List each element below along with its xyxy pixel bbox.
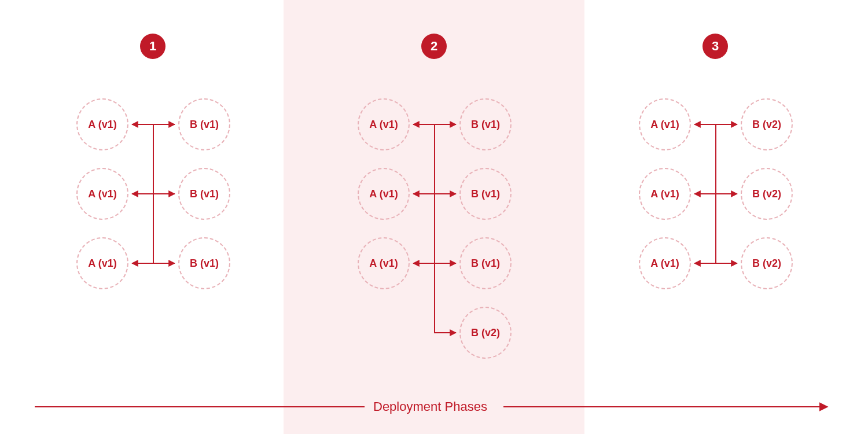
phase2-node-b-3: B (v1) (459, 237, 512, 289)
phase1-node-b-2: B (v1) (178, 168, 230, 220)
phase3-node-b-3: B (v2) (741, 237, 793, 289)
phase3-node-a-2: A (v1) (639, 168, 691, 220)
phase2-node-a-1: A (v1) (358, 98, 410, 150)
deployment-phases-label: Deployment Phases (373, 399, 487, 414)
phase2-node-b-4: B (v2) (459, 307, 512, 359)
phase3-node-a-1: A (v1) (639, 98, 691, 150)
phase-badge-2: 2 (421, 34, 447, 59)
phase2-node-b-1: B (v1) (459, 98, 512, 150)
phase-badge-1: 1 (140, 34, 165, 59)
phase1-connectors (128, 98, 178, 289)
phase3-node-b-1: B (v2) (741, 98, 793, 150)
phase1-node-a-3: A (v1) (76, 237, 128, 289)
phase2-node-a-2: A (v1) (358, 168, 410, 220)
phase2-connectors (410, 98, 459, 359)
phase1-node-a-2: A (v1) (76, 168, 128, 220)
phase3-node-b-2: B (v2) (741, 168, 793, 220)
phase1-node-b-3: B (v1) (178, 237, 230, 289)
phase2-node-b-2: B (v1) (459, 168, 512, 220)
phase1-node-b-1: B (v1) (178, 98, 230, 150)
phase3-node-a-3: A (v1) (639, 237, 691, 289)
phase1-node-a-1: A (v1) (76, 98, 128, 150)
phase2-node-a-3: A (v1) (358, 237, 410, 289)
phase-badge-3: 3 (703, 34, 728, 59)
phase3-connectors (691, 98, 741, 289)
